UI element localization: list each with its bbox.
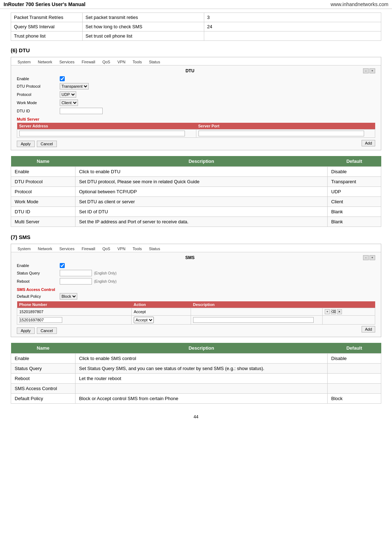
dtu-nav-tab[interactable]: Network: [34, 59, 56, 65]
dtu-apply-cancel: Apply Cancel: [17, 141, 362, 147]
sms-minimize-btn[interactable]: -: [363, 255, 369, 260]
dtu-workmode-select[interactable]: Client: [60, 99, 78, 106]
dtu-id-input[interactable]: [60, 108, 103, 114]
dtu-title: DTU: [17, 68, 363, 73]
sms-feature-row: Status Query Set Status Query SMS, and y…: [11, 364, 381, 374]
sms-cancel-button[interactable]: Cancel: [37, 327, 57, 334]
ft-name: Multi Server: [11, 217, 75, 227]
phone-controls-2: [323, 316, 375, 325]
ft-default: Blank: [328, 217, 381, 227]
sms-status-query-label: Status Query: [17, 271, 60, 275]
server-port-input[interactable]: [199, 131, 364, 136]
sms-ui-content: SMS - + Enable Status Query show status …: [11, 252, 381, 337]
sms-enable-checkbox[interactable]: [60, 263, 65, 268]
sms-policy-select[interactable]: Block: [60, 293, 77, 300]
dtu-nav-tab[interactable]: VPN: [114, 59, 129, 65]
sms-feature-row: SMS Access Control: [11, 384, 381, 394]
sms-access-heading: SMS Access Control: [17, 287, 375, 292]
sms-nav-tab[interactable]: Network: [34, 246, 56, 252]
sms-ft-col1: Name: [11, 343, 75, 354]
server-port-cell: [196, 130, 375, 138]
ft-default: Block: [328, 394, 381, 404]
dtu-title-bar: DTU - +: [17, 68, 375, 73]
dtu-nav-tab[interactable]: Status: [145, 59, 163, 65]
ft-desc: Set DTU as client or server: [75, 197, 328, 207]
phone-copy-icon[interactable]: ⌫: [331, 309, 336, 314]
top-table-row: Packet Transmit Retries Set packet trans…: [11, 13, 381, 22]
dtu-nav-tab[interactable]: Services: [56, 59, 78, 65]
dtu-udp-select[interactable]: UDP: [60, 91, 76, 98]
dtu-nav-tab[interactable]: Tools: [129, 59, 146, 65]
phone-number-2-input[interactable]: [19, 317, 62, 323]
phone-col: Phone Number: [17, 301, 132, 308]
ft-desc: Block or Accept control SMS from certain…: [75, 394, 328, 404]
ft-name: SMS Access Control: [11, 384, 75, 394]
sms-reboot-input[interactable]: reboot: [60, 278, 92, 285]
sms-reboot-label: Reboot: [17, 279, 60, 283]
row-desc: Set trust cell phone list: [83, 31, 204, 41]
dtu-cancel-button[interactable]: Cancel: [37, 141, 57, 147]
sms-feature-row: Default Policy Block or Accept control S…: [11, 394, 381, 404]
dtu-heading: (6) DTU: [11, 47, 381, 53]
ft-desc: Set Status Query SMS, and you can see st…: [75, 364, 328, 374]
sms-nav-tab[interactable]: Services: [56, 246, 78, 252]
dtu-add-button[interactable]: Add: [362, 140, 375, 146]
ft-default: [328, 364, 381, 374]
sms-enable-label: Enable: [17, 263, 60, 268]
sms-feature-row: Enable Click to enable SMS control Disab…: [11, 354, 381, 364]
top-info-table: Packet Transmit Retries Set packet trans…: [11, 13, 381, 41]
row-value: 3: [204, 13, 381, 22]
dtu-ft-col1: Name: [11, 156, 75, 167]
dtu-id-row: DTU ID: [17, 108, 375, 114]
dtu-protocol-select[interactable]: Transparent: [60, 83, 89, 89]
sms-router-ui: SystemNetworkServicesFirewallQoSVPNTools…: [11, 244, 381, 337]
sms-nav-tab[interactable]: System: [14, 246, 34, 252]
phone-table: Phone Number Action Description 15201897…: [17, 301, 375, 325]
sms-nav-tab[interactable]: QoS: [99, 246, 114, 252]
phone-action-2: Accept: [132, 316, 191, 325]
dtu-nav-tab[interactable]: Firewall: [78, 59, 99, 65]
dtu-apply-button[interactable]: Apply: [17, 141, 35, 147]
server-address-cell: [17, 130, 196, 138]
sms-status-query-row: Status Query show status (English Only): [17, 270, 375, 276]
sms-enable-row: Enable: [17, 263, 375, 268]
phone-controls-1: + ⌫ ✕: [323, 308, 375, 316]
sms-nav-tab[interactable]: Tools: [129, 246, 146, 252]
sms-feature-row: Reboot Let the router reboot: [11, 374, 381, 384]
dtu-expand-btn[interactable]: +: [369, 68, 375, 73]
sms-expand-btn[interactable]: +: [369, 255, 375, 260]
sms-nav-tab[interactable]: Firewall: [78, 246, 99, 252]
dtu-nav-tab[interactable]: System: [14, 59, 34, 65]
top-table-row: Query SMS Interval Set how long to check…: [11, 22, 381, 31]
phone-delete-icon[interactable]: ✕: [337, 309, 342, 314]
dtu-udp-label: Protocol: [17, 92, 60, 97]
sms-nav-tab[interactable]: VPN: [114, 246, 129, 252]
ft-default: Disable: [328, 167, 381, 177]
dtu-minimize-btn[interactable]: -: [363, 68, 369, 73]
dtu-enable-checkbox[interactable]: [60, 76, 65, 81]
dtu-id-label: DTU ID: [17, 109, 60, 113]
phone-desc-2-input[interactable]: [193, 317, 314, 323]
sms-nav-tab[interactable]: Status: [145, 246, 163, 252]
top-table-row: Trust phone list Set trust cell phone li…: [11, 31, 381, 41]
phone-action-2-select[interactable]: Accept: [134, 317, 154, 323]
ft-desc: Set the IP address and Port of server to…: [75, 217, 328, 227]
dtu-feature-row: DTU Protocol Set DTU protocol, Please se…: [11, 177, 381, 187]
dtu-feature-table: Name Description Default Enable Click to…: [11, 156, 381, 227]
row-desc: Set how long to check SMS: [83, 22, 204, 31]
sms-controls: - +: [363, 255, 375, 260]
sms-apply-button[interactable]: Apply: [17, 327, 35, 334]
dtu-enable-row: Enable: [17, 76, 375, 81]
ft-desc: Click to enable SMS control: [75, 354, 328, 364]
dtu-feature-row: Protocol Optional between TCP/UDP UDP: [11, 187, 381, 197]
dtu-protocol-label: DTU Protocol: [17, 84, 60, 88]
server-address-input[interactable]: [19, 131, 185, 136]
dtu-feature-row: Enable Click to enable DTU Disable: [11, 167, 381, 177]
sms-status-query-input[interactable]: show status: [60, 270, 92, 276]
sms-add-button[interactable]: Add: [362, 326, 375, 332]
ft-desc: Optional between TCP/UDP: [75, 187, 328, 197]
dtu-nav-tab[interactable]: QoS: [99, 59, 114, 65]
phone-number-1: 15201897807: [17, 308, 132, 316]
phone-add-icon[interactable]: +: [325, 309, 330, 314]
row-value: 24: [204, 22, 381, 31]
